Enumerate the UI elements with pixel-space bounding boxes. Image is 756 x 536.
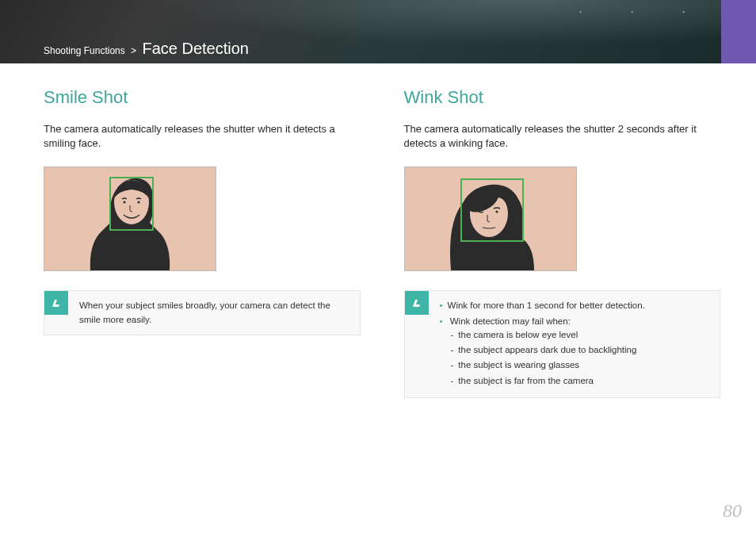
smile-shot-heading: Smile Shot [44, 87, 361, 108]
list-item-label: Wink detection may fail when: [450, 316, 571, 326]
note-icon [405, 291, 429, 315]
wink-note: Wink for more than 1 second for better d… [404, 290, 721, 398]
page-title: Face Detection [142, 40, 249, 57]
smile-note-text: When your subject smiles broadly, your c… [68, 291, 360, 335]
right-column: Wink Shot The camera automatically relea… [404, 87, 721, 398]
wink-note-body: Wink for more than 1 second for better d… [429, 291, 656, 397]
wink-shot-heading: Wink Shot [404, 87, 721, 108]
wink-shot-body: The camera automatically releases the sh… [404, 122, 721, 151]
page-header: • • • Shooting Functions > Face Detectio… [0, 0, 756, 63]
smile-shot-body: The camera automatically releases the sh… [44, 122, 361, 151]
list-item: the subject is wearing glasses [451, 358, 645, 372]
side-tab [721, 0, 756, 63]
smile-note: When your subject smiles broadly, your c… [44, 290, 361, 335]
breadcrumb: Shooting Functions > Face Detection [44, 40, 249, 58]
chevron-right-icon: > [131, 45, 136, 56]
note-icon [44, 291, 68, 315]
list-item: the subject is far from the camera [451, 374, 645, 388]
decorative-dots: • • • [579, 8, 708, 15]
list-item: Wink for more than 1 second for better d… [440, 299, 645, 312]
breadcrumb-category: Shooting Functions [44, 45, 125, 56]
content-area: Smile Shot The camera automatically rele… [0, 63, 756, 398]
face-detection-box [109, 177, 154, 231]
page-number: 80 [723, 500, 742, 522]
wink-illustration [404, 167, 577, 271]
list-item: the camera is below eye level [451, 328, 645, 342]
left-column: Smile Shot The camera automatically rele… [44, 87, 361, 398]
list-item: the subject appears dark due to backligh… [451, 343, 645, 357]
smile-illustration [44, 167, 216, 271]
face-detection-box [460, 178, 524, 242]
list-item: Wink detection may fail when: the camera… [440, 315, 645, 388]
